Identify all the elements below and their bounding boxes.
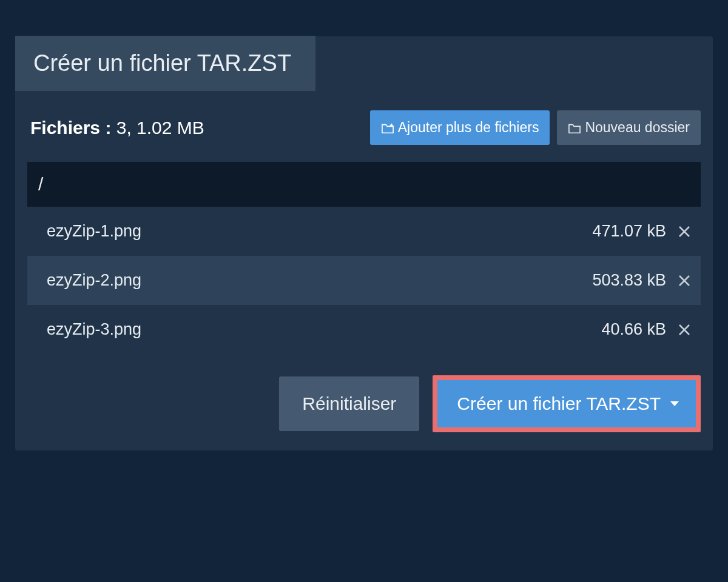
file-right: 471.07 kB [592,222,692,241]
file-size: 40.66 kB [601,320,666,339]
create-label: Créer un fichier TAR.ZST [457,393,661,414]
new-folder-button[interactable]: Nouveau dossier [557,110,701,145]
add-files-button[interactable]: Ajouter plus de fichiers [370,110,550,145]
file-name: ezyZip-2.png [47,271,141,290]
tab-header: Créer un fichier TAR.ZST [15,36,315,91]
path-text: / [38,174,43,194]
file-summary: Fichiers : 3, 1.02 MB [30,118,204,138]
file-name: ezyZip-1.png [47,222,141,241]
caret-down-icon [670,401,679,406]
file-row: ezyZip-1.png 471.07 kB [27,207,701,256]
create-archive-button[interactable]: Créer un fichier TAR.ZST [437,380,696,427]
reset-label: Réinitialiser [302,393,396,413]
toolbar-actions: Ajouter plus de fichiers Nouveau dossier [370,110,701,145]
bottom-actions: Réinitialiser Créer un fichier TAR.ZST [15,354,713,432]
folder-icon [568,122,581,134]
tab-title: Créer un fichier TAR.ZST [33,50,291,76]
add-files-label: Ajouter plus de fichiers [398,119,539,136]
file-right: 40.66 kB [601,320,692,339]
file-size: 503.83 kB [592,271,666,290]
file-summary-label: Fichiers : [30,118,111,138]
file-list: / ezyZip-1.png 471.07 kB ezyZip-2.png 50… [27,162,701,354]
remove-file-icon[interactable] [677,323,692,337]
file-summary-value: 3, 1.02 MB [116,118,204,138]
file-name: ezyZip-3.png [47,320,141,339]
create-button-highlight: Créer un fichier TAR.ZST [433,375,701,432]
main-panel: Créer un fichier TAR.ZST Fichiers : 3, 1… [15,36,713,450]
new-folder-label: Nouveau dossier [585,119,690,136]
file-row: ezyZip-3.png 40.66 kB [27,305,701,354]
file-right: 503.83 kB [592,271,692,290]
toolbar-row: Fichiers : 3, 1.02 MB Ajouter plus de fi… [15,91,713,162]
remove-file-icon[interactable] [677,224,692,239]
path-row[interactable]: / [27,162,701,207]
folder-add-icon [381,122,394,134]
remove-file-icon[interactable] [677,273,692,288]
reset-button[interactable]: Réinitialiser [279,376,419,431]
file-row: ezyZip-2.png 503.83 kB [27,256,701,305]
file-size: 471.07 kB [592,222,666,241]
